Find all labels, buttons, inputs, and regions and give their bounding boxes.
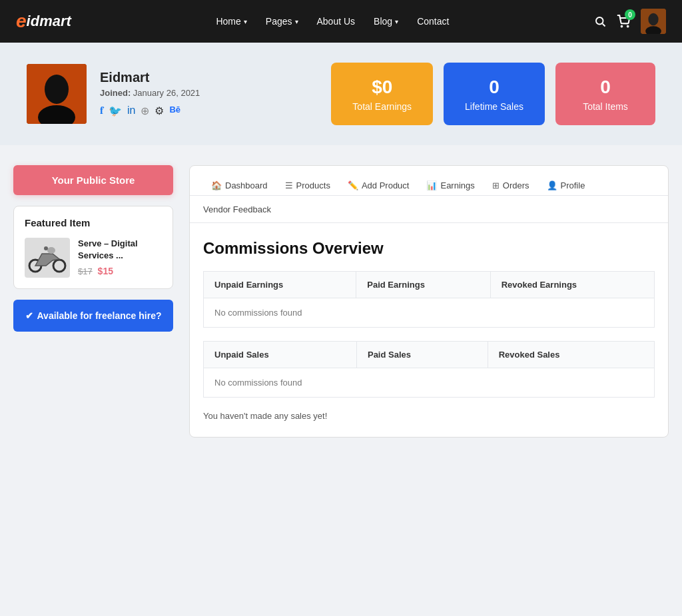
- social-icons: 𝐟 🐦 in ⊕ ⚙ Bē: [100, 105, 200, 117]
- svg-point-13: [47, 247, 55, 254]
- logo-e: e: [16, 11, 27, 32]
- chevron-down-icon: ▾: [395, 18, 398, 25]
- facebook-icon[interactable]: 𝐟: [100, 105, 103, 117]
- featured-product-name: Serve – Digital Services ...: [78, 238, 162, 262]
- twitter-icon[interactable]: 🐦: [109, 105, 122, 117]
- svg-point-8: [45, 75, 69, 104]
- earnings-empty-row: No commissions found: [204, 298, 655, 327]
- earnings-col-paid: Paid Earnings: [356, 271, 490, 298]
- logo-text: idmart: [27, 13, 71, 30]
- lifetime-sales-value: 0: [489, 76, 500, 99]
- freelance-button[interactable]: ✔ Available for freelance hire?: [13, 300, 173, 332]
- featured-item-heading: Featured Item: [25, 217, 162, 228]
- total-earnings-value: $0: [372, 76, 392, 99]
- sales-col-paid: Paid Sales: [356, 341, 488, 368]
- lifetime-sales-label: Lifetime Sales: [465, 101, 523, 112]
- svg-line-1: [603, 24, 605, 27]
- chevron-down-icon: ▾: [244, 18, 247, 25]
- nav-products-label: Products: [296, 180, 330, 190]
- earnings-col-revoked: Revoked Earnings: [490, 271, 654, 298]
- dashboard-panel: 🏠 Dashboard ☰ Products ✏️ Add Product 📊 …: [189, 165, 669, 438]
- profile-avatar: [27, 64, 87, 124]
- nav-earnings[interactable]: 📊 Earnings: [418, 175, 482, 196]
- earnings-empty-message: No commissions found: [204, 298, 655, 327]
- total-earnings-card: $0 Total Earnings: [331, 63, 433, 125]
- nav-icons: 0: [594, 9, 666, 34]
- nav-home[interactable]: Home ▾: [208, 11, 254, 32]
- vendor-feedback-link[interactable]: Vendor Feedback: [203, 204, 271, 214]
- cart-badge: 0: [625, 9, 635, 20]
- nav-products[interactable]: ☰ Products: [277, 175, 338, 196]
- svg-point-3: [627, 26, 629, 27]
- featured-price-new: $15: [98, 266, 113, 276]
- featured-item-box: Featured Item Serve – Digital Services .…: [13, 206, 173, 289]
- total-earnings-label: Total Earnings: [352, 101, 412, 112]
- stats-cards: $0 Total Earnings 0 Lifetime Sales 0 Tot…: [331, 63, 655, 125]
- sales-table: Unpaid Sales Paid Sales Revoked Sales No…: [203, 341, 655, 398]
- profile-joined: Joined: January 26, 2021: [100, 88, 200, 98]
- home-icon: 🏠: [211, 180, 222, 190]
- joined-label: Joined:: [100, 88, 131, 98]
- github-icon[interactable]: ⚙: [155, 105, 164, 117]
- nav-profile[interactable]: 👤 Profile: [539, 175, 593, 196]
- nav-about[interactable]: About Us: [309, 11, 364, 32]
- featured-product-image[interactable]: [25, 238, 70, 278]
- total-items-label: Total Items: [583, 101, 628, 112]
- motorcycle-icon: [27, 240, 67, 275]
- total-items-card: 0 Total Items: [555, 63, 655, 125]
- orders-icon: ⊞: [492, 180, 500, 190]
- svg-point-2: [621, 26, 623, 27]
- avatar-icon: [641, 9, 666, 34]
- behance-icon[interactable]: Bē: [169, 105, 180, 117]
- logo[interactable]: e idmart: [16, 11, 71, 32]
- profile-banner: Eidmart Joined: January 26, 2021 𝐟 🐦 in …: [0, 43, 682, 145]
- cart-button[interactable]: 0: [617, 15, 630, 28]
- freelance-label: Available for freelance hire?: [37, 310, 162, 321]
- nav-dashboard-label: Dashboard: [225, 180, 268, 190]
- joined-date: January 26, 2021: [133, 88, 200, 98]
- nav-profile-label: Profile: [561, 180, 585, 190]
- nav-add-product[interactable]: ✏️ Add Product: [340, 175, 418, 196]
- nav-blog[interactable]: Blog ▾: [366, 11, 406, 32]
- no-sales-note: You haven't made any sales yet!: [203, 411, 655, 421]
- nav-add-product-label: Add Product: [362, 180, 410, 190]
- dashboard-body: Commissions Overview Unpaid Earnings Pai…: [190, 223, 668, 437]
- nav-pages[interactable]: Pages ▾: [258, 11, 306, 32]
- sales-empty-row: No commissions found: [204, 368, 655, 397]
- chevron-down-icon: ▾: [295, 18, 298, 25]
- commissions-title: Commissions Overview: [203, 239, 655, 258]
- profile-icon: 👤: [547, 180, 557, 190]
- featured-product-details: Serve – Digital Services ... $17 $15: [78, 238, 162, 276]
- list-icon: ☰: [285, 180, 293, 190]
- sales-col-unpaid: Unpaid Sales: [204, 341, 357, 368]
- featured-product: Serve – Digital Services ... $17 $15: [25, 238, 162, 278]
- nav-menu: Home ▾ Pages ▾ About Us Blog ▾ Contact: [208, 11, 457, 32]
- svg-point-5: [648, 13, 658, 26]
- earnings-table: Unpaid Earnings Paid Earnings Revoked Ea…: [203, 271, 655, 328]
- main-content: Your Public Store Featured Item Serve – …: [0, 145, 682, 458]
- chart-icon: 📊: [426, 180, 437, 190]
- svg-point-14: [44, 246, 48, 250]
- nav-orders-label: Orders: [503, 180, 529, 190]
- nav-earnings-label: Earnings: [440, 180, 474, 190]
- earnings-col-unpaid: Unpaid Earnings: [204, 271, 356, 298]
- sales-col-revoked: Revoked Sales: [488, 341, 654, 368]
- search-button[interactable]: [594, 15, 606, 27]
- nav-contact[interactable]: Contact: [409, 11, 457, 32]
- profile-info: Eidmart Joined: January 26, 2021 𝐟 🐦 in …: [27, 64, 291, 124]
- sales-empty-message: No commissions found: [204, 368, 655, 397]
- sidebar: Your Public Store Featured Item Serve – …: [13, 165, 173, 332]
- edit-icon: ✏️: [348, 180, 358, 190]
- navbar: e idmart Home ▾ Pages ▾ About Us Blog ▾ …: [0, 0, 682, 43]
- public-store-button[interactable]: Your Public Store: [13, 165, 173, 195]
- lifetime-sales-card: 0 Lifetime Sales: [444, 63, 545, 125]
- nav-orders[interactable]: ⊞ Orders: [484, 175, 537, 196]
- svg-point-0: [596, 17, 603, 25]
- nav-dashboard[interactable]: 🏠 Dashboard: [203, 175, 276, 196]
- linkedin-icon[interactable]: in: [127, 105, 135, 117]
- dashboard-nav: 🏠 Dashboard ☰ Products ✏️ Add Product 📊 …: [190, 166, 668, 196]
- website-icon[interactable]: ⊕: [141, 105, 149, 117]
- profile-name: Eidmart: [100, 70, 200, 85]
- user-avatar-nav[interactable]: [641, 9, 666, 34]
- avatar-icon: [27, 64, 87, 124]
